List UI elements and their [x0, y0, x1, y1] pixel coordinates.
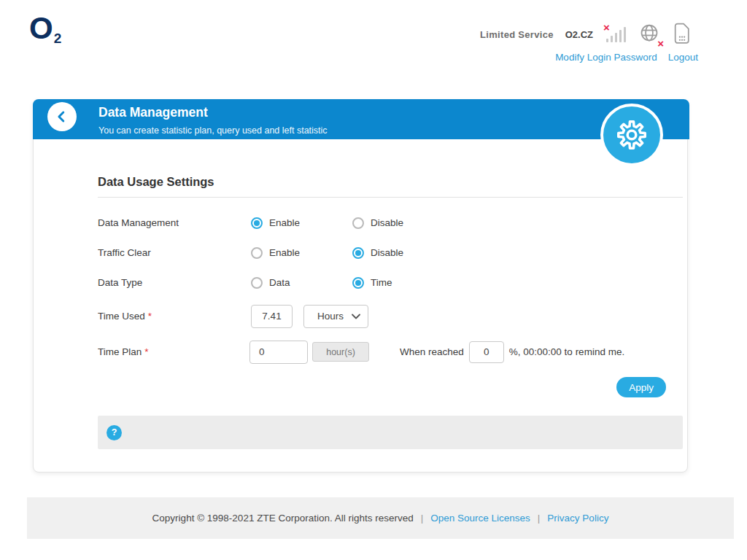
- required-mark: *: [148, 311, 152, 322]
- field-label: Time Used*: [98, 311, 251, 322]
- field-label: Data Management: [98, 217, 251, 228]
- row-traffic-clear: Traffic Clear Enable Disable: [98, 241, 683, 265]
- connection-status-text: Limited Service: [480, 29, 554, 40]
- row-data-management: Data Management Enable Disable: [98, 211, 683, 235]
- row-time-used: Time Used* Hours: [98, 304, 683, 328]
- no-internet-x-icon: ×: [657, 38, 664, 49]
- panel-header: Data Management You can create statistic…: [33, 99, 689, 139]
- footer: Copyright © 1998-2021 ZTE Corporation. A…: [27, 497, 734, 539]
- radio-icon[interactable]: [251, 217, 263, 229]
- radio-option-enable[interactable]: Enable: [251, 217, 352, 229]
- time-used-label: Time Used: [98, 311, 145, 322]
- hours-unit-button[interactable]: hour(s): [312, 342, 369, 362]
- logout-link[interactable]: Logout: [668, 52, 698, 63]
- radio-icon[interactable]: [352, 217, 364, 229]
- o2-logo-sub: 2: [54, 31, 62, 46]
- field-label: Data Type: [98, 277, 251, 288]
- panel-titles: Data Management You can create statistic…: [98, 105, 328, 136]
- account-links-row: Modify Login Password Logout: [555, 52, 698, 63]
- radio-label[interactable]: Enable: [269, 247, 300, 258]
- time-plan-label: Time Plan: [98, 346, 142, 357]
- modify-login-password-link[interactable]: Modify Login Password: [555, 52, 657, 63]
- internet-globe-icon: ×: [639, 23, 659, 46]
- radio-option-disable[interactable]: Disable: [352, 217, 403, 229]
- apply-button[interactable]: Apply: [616, 377, 666, 397]
- network-name: O2.CZ: [565, 29, 593, 40]
- radio-option-data[interactable]: Data: [251, 277, 352, 289]
- required-mark: *: [144, 346, 148, 357]
- when-reached-label: When reached: [400, 346, 464, 357]
- radio-label[interactable]: Disable: [371, 217, 403, 228]
- section-divider: [98, 197, 683, 198]
- help-bar: ?: [98, 416, 683, 449]
- radio-label[interactable]: Data: [269, 277, 290, 288]
- remind-suffix-text: %, 00:00:00 to remind me.: [509, 346, 624, 357]
- radio-icon[interactable]: [251, 247, 263, 259]
- row-time-plan: Time Plan* hour(s) When reached %, 00:00…: [98, 340, 683, 364]
- radio-icon[interactable]: [352, 277, 364, 289]
- gear-badge: [600, 104, 663, 166]
- sim-card-icon: [673, 23, 692, 47]
- radio-option-time[interactable]: Time: [352, 277, 392, 289]
- radio-option-disable[interactable]: Disable: [352, 247, 403, 259]
- gear-icon: [615, 118, 649, 152]
- radio-label[interactable]: Disable: [371, 247, 403, 258]
- o2-logo: O2: [29, 13, 61, 50]
- chevron-down-icon: [352, 314, 360, 319]
- time-unit-selected-value: Hours: [317, 311, 352, 322]
- radio-label[interactable]: Time: [371, 277, 392, 288]
- row-data-type: Data Type Data Time: [98, 271, 683, 295]
- copyright-text: Copyright © 1998-2021 ZTE Corporation. A…: [152, 513, 414, 524]
- footer-separator: |: [538, 513, 541, 524]
- radio-label[interactable]: Enable: [269, 217, 300, 228]
- connection-status-row: Limited Service O2.CZ × ×: [480, 23, 692, 46]
- reached-percent-input[interactable]: [469, 341, 504, 363]
- radio-option-enable[interactable]: Enable: [251, 247, 352, 259]
- o2-logo-text: O: [29, 11, 53, 45]
- field-label: Traffic Clear: [98, 247, 251, 258]
- section-heading: Data Usage Settings: [98, 175, 214, 189]
- time-used-input[interactable]: [251, 305, 293, 328]
- data-management-panel: Data Management You can create statistic…: [33, 99, 688, 472]
- time-unit-select[interactable]: Hours: [303, 305, 368, 328]
- help-icon[interactable]: ?: [107, 425, 122, 440]
- page-title: Data Management: [98, 105, 328, 120]
- footer-separator: |: [421, 513, 424, 524]
- field-label: Time Plan*: [98, 346, 249, 357]
- privacy-policy-link[interactable]: Privacy Policy: [547, 513, 608, 524]
- back-button[interactable]: [47, 102, 77, 131]
- chevron-left-icon: [55, 109, 69, 124]
- radio-icon[interactable]: [352, 247, 364, 259]
- page-subtitle: You can create statistic plan, query use…: [98, 125, 328, 136]
- signal-strength-icon: ×: [606, 26, 626, 42]
- open-source-licenses-link[interactable]: Open Source Licenses: [430, 513, 530, 524]
- no-signal-x-icon: ×: [603, 22, 610, 33]
- radio-icon[interactable]: [251, 277, 263, 289]
- time-plan-input[interactable]: [249, 341, 308, 364]
